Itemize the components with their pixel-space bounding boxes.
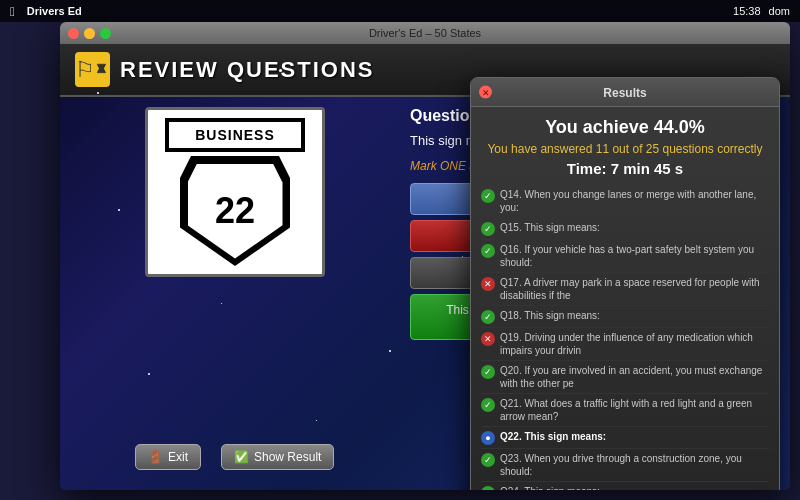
result-status-icon: ✓ bbox=[481, 398, 495, 412]
flag-sign-icon bbox=[95, 52, 110, 87]
sign-shield: 22 bbox=[180, 156, 290, 266]
result-status-icon: ✓ bbox=[481, 222, 495, 236]
result-status-icon: ✓ bbox=[481, 310, 495, 324]
result-item[interactable]: ●Q22. This sign means: bbox=[481, 427, 769, 449]
result-text: Q20. If you are involved in an accident,… bbox=[500, 364, 769, 390]
result-text: Q22. This sign means: bbox=[500, 430, 606, 443]
result-text: Q24. This sign means: bbox=[500, 485, 600, 490]
close-button[interactable] bbox=[68, 28, 79, 39]
result-status-icon: ● bbox=[481, 431, 495, 445]
footer-buttons: 🚪 Exit ✅ Show Result bbox=[135, 444, 334, 470]
results-score: You achieve 44.0% bbox=[481, 117, 769, 138]
left-panel: BUSINESS 22 bbox=[75, 107, 395, 490]
menu-bar-right: 15:38 dom bbox=[733, 5, 790, 17]
result-item[interactable]: ✓Q15. This sign means: bbox=[481, 218, 769, 240]
result-text: Q19. Driving under the influence of any … bbox=[500, 331, 769, 357]
result-status-icon: ✕ bbox=[481, 332, 495, 346]
show-result-button[interactable]: ✅ Show Result bbox=[221, 444, 334, 470]
sign-business-text: BUSINESS bbox=[195, 127, 275, 143]
window-title: Driver's Ed – 50 States bbox=[369, 27, 481, 39]
minimize-button[interactable] bbox=[84, 28, 95, 39]
app-window: Driver's Ed – 50 States REVIEW QUESTIONS bbox=[60, 22, 790, 490]
results-close-button[interactable]: ✕ bbox=[479, 86, 492, 99]
sign-number: 22 bbox=[215, 193, 255, 229]
result-text: Q17. A driver may park in a space reserv… bbox=[500, 276, 769, 302]
exit-button[interactable]: 🚪 Exit bbox=[135, 444, 201, 470]
results-title: Results bbox=[603, 86, 646, 100]
result-status-icon: ✓ bbox=[481, 486, 495, 490]
results-list: ✓Q14. When you change lanes or merge wit… bbox=[481, 185, 769, 490]
show-result-label: Show Result bbox=[254, 450, 321, 464]
menu-bar-user: dom bbox=[769, 5, 790, 17]
menu-bar-left:  Drivers Ed bbox=[10, 4, 82, 19]
sign-shield-inner: 22 bbox=[188, 164, 283, 259]
result-item[interactable]: ✕Q17. A driver may park in a space reser… bbox=[481, 273, 769, 306]
results-overlay: ✕ Results You achieve 44.0% You have ans… bbox=[470, 77, 780, 490]
results-title-bar: ✕ Results bbox=[471, 78, 779, 107]
result-status-icon: ✓ bbox=[481, 453, 495, 467]
results-time: Time: 7 min 45 s bbox=[481, 160, 769, 177]
results-detail: You have answered 11 out of 25 questions… bbox=[481, 142, 769, 156]
exit-icon: 🚪 bbox=[148, 450, 163, 464]
result-text: Q15. This sign means: bbox=[500, 221, 600, 234]
result-item[interactable]: ✓Q21. What does a traffic light with a r… bbox=[481, 394, 769, 427]
sign-business-banner: BUSINESS bbox=[165, 118, 305, 152]
page-title: REVIEW QUESTIONS bbox=[120, 57, 374, 83]
result-text: Q21. What does a traffic light with a re… bbox=[500, 397, 769, 423]
result-text: Q23. When you drive through a constructi… bbox=[500, 452, 769, 478]
window-controls bbox=[68, 28, 111, 39]
result-item[interactable]: ✓Q14. When you change lanes or merge wit… bbox=[481, 185, 769, 218]
results-body: You achieve 44.0% You have answered 11 o… bbox=[471, 107, 779, 490]
menu-bar-time: 15:38 bbox=[733, 5, 761, 17]
result-status-icon: ✓ bbox=[481, 189, 495, 203]
app-menu-name: Drivers Ed bbox=[27, 5, 82, 17]
exit-label: Exit bbox=[168, 450, 188, 464]
result-item[interactable]: ✓Q18. This sign means: bbox=[481, 306, 769, 328]
result-status-icon: ✓ bbox=[481, 365, 495, 379]
checkmark-icon: ✅ bbox=[234, 450, 249, 464]
result-item[interactable]: ✓Q24. This sign means: bbox=[481, 482, 769, 490]
result-text: Q14. When you change lanes or merge with… bbox=[500, 188, 769, 214]
header-icon bbox=[75, 52, 110, 87]
app-titlebar: Driver's Ed – 50 States bbox=[60, 22, 790, 44]
result-item[interactable]: ✓Q23. When you drive through a construct… bbox=[481, 449, 769, 482]
result-text: Q18. This sign means: bbox=[500, 309, 600, 322]
menu-bar:  Drivers Ed 15:38 dom bbox=[0, 0, 800, 22]
apple-icon:  bbox=[10, 4, 15, 19]
result-status-icon: ✓ bbox=[481, 244, 495, 258]
result-item[interactable]: ✓Q20. If you are involved in an accident… bbox=[481, 361, 769, 394]
sign-image: BUSINESS 22 bbox=[145, 107, 325, 277]
result-text: Q16. If your vehicle has a two-part safe… bbox=[500, 243, 769, 269]
result-status-icon: ✕ bbox=[481, 277, 495, 291]
maximize-button[interactable] bbox=[100, 28, 111, 39]
result-item[interactable]: ✕Q19. Driving under the influence of any… bbox=[481, 328, 769, 361]
result-item[interactable]: ✓Q16. If your vehicle has a two-part saf… bbox=[481, 240, 769, 273]
